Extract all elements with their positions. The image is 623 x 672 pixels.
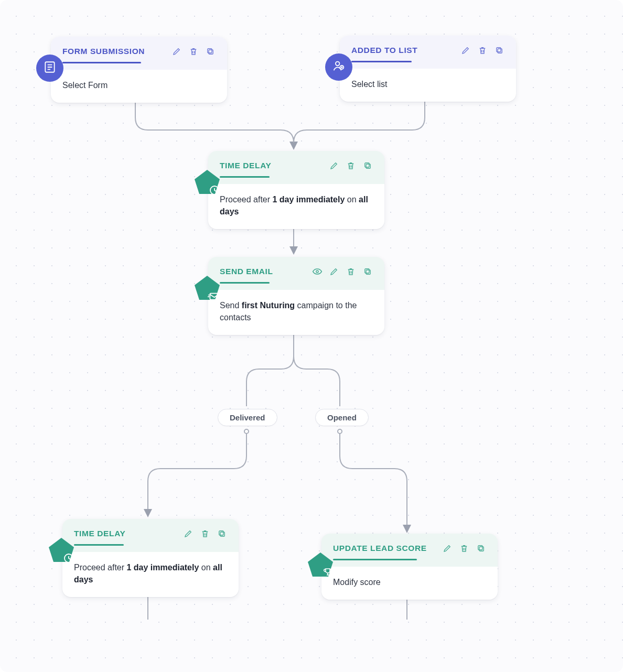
node-title: UPDATE LEAD SCORE: [333, 544, 427, 553]
svg-rect-15: [210, 294, 218, 300]
edit-icon[interactable]: [460, 45, 471, 56]
copy-icon[interactable]: [362, 266, 373, 277]
delete-icon[interactable]: [477, 45, 488, 56]
svg-rect-4: [209, 50, 213, 54]
copy-icon[interactable]: [205, 46, 216, 57]
node-body: Proceed after 1 day immediately on all d…: [208, 184, 384, 229]
svg-rect-13: [365, 163, 369, 167]
clock-icon: [48, 537, 75, 564]
copy-icon[interactable]: [476, 543, 486, 554]
copy-icon[interactable]: [217, 528, 227, 539]
delete-icon[interactable]: [346, 160, 356, 171]
body-text: Proceed after: [74, 563, 127, 572]
edit-icon[interactable]: [171, 46, 182, 57]
edit-icon[interactable]: [329, 160, 339, 171]
title-underline: [220, 282, 270, 284]
svg-rect-5: [208, 49, 212, 53]
form-icon: [36, 55, 63, 82]
node-body: Send first Nuturing campaign to the cont…: [208, 290, 384, 335]
svg-point-6: [336, 62, 339, 66]
node-send-email[interactable]: SEND EMAIL Send first Nuturing campaign …: [208, 257, 384, 335]
delete-icon[interactable]: [200, 528, 210, 539]
node-body: Select list: [340, 69, 516, 102]
node-body: Modify score: [321, 567, 498, 600]
connector-dot: [244, 429, 249, 434]
add-to-list-icon: [325, 53, 352, 81]
body-text: Send: [220, 301, 242, 310]
title-underline: [220, 176, 270, 178]
node-title: FORM SUBMISSION: [62, 47, 145, 56]
delete-icon[interactable]: [459, 543, 469, 554]
svg-rect-25: [478, 546, 482, 550]
body-bold: first Nuturing: [242, 301, 295, 310]
connector-dot: [337, 429, 342, 434]
svg-rect-8: [498, 49, 502, 53]
edit-icon[interactable]: [329, 266, 339, 277]
node-form-submission[interactable]: FORM SUBMISSION Select Form: [51, 37, 227, 103]
node-title: ADDED TO LIST: [351, 46, 417, 55]
trophy-icon: [307, 551, 334, 579]
svg-rect-9: [497, 48, 501, 52]
clock-icon: [194, 169, 221, 196]
body-bold: 1 day immediately: [127, 563, 199, 572]
svg-rect-22: [219, 531, 223, 535]
node-time-delay-1[interactable]: TIME DELAY Proceed after 1 day immediate…: [208, 151, 384, 229]
node-time-delay-2[interactable]: TIME DELAY Proceed after 1 day immediate…: [62, 519, 239, 597]
preview-icon[interactable]: [312, 266, 323, 277]
delete-icon[interactable]: [188, 46, 199, 57]
node-body: Select Form: [51, 70, 227, 103]
title-underline: [333, 559, 417, 560]
svg-point-16: [316, 270, 318, 273]
send-email-icon: [194, 275, 221, 302]
delete-icon[interactable]: [346, 266, 356, 277]
node-added-to-list[interactable]: ADDED TO LIST Select list: [340, 36, 516, 102]
edit-icon[interactable]: [183, 528, 194, 539]
body-bold: 1 day immediately: [273, 195, 345, 204]
node-body: Proceed after 1 day immediately on all d…: [62, 552, 239, 597]
title-underline: [74, 544, 124, 546]
node-title: TIME DELAY: [220, 161, 271, 170]
svg-rect-24: [479, 547, 484, 551]
title-underline: [351, 61, 412, 62]
svg-rect-12: [366, 164, 370, 168]
edit-icon[interactable]: [442, 543, 453, 554]
workflow-canvas[interactable]: FORM SUBMISSION Select Form ADDED TO LIS…: [0, 0, 623, 672]
copy-icon[interactable]: [362, 160, 373, 171]
svg-rect-18: [365, 269, 369, 273]
title-underline: [62, 62, 141, 63]
body-text: on: [345, 195, 359, 204]
svg-rect-17: [366, 270, 370, 274]
node-title: SEND EMAIL: [220, 267, 273, 276]
branch-opened[interactable]: Opened: [315, 409, 369, 426]
node-update-lead-score[interactable]: UPDATE LEAD SCORE Modify score: [321, 534, 498, 600]
body-text: on: [199, 563, 213, 572]
node-title: TIME DELAY: [74, 529, 125, 538]
body-text: Proceed after: [220, 195, 273, 204]
svg-rect-21: [220, 532, 224, 536]
branch-delivered[interactable]: Delivered: [218, 409, 277, 426]
copy-icon[interactable]: [494, 45, 504, 56]
